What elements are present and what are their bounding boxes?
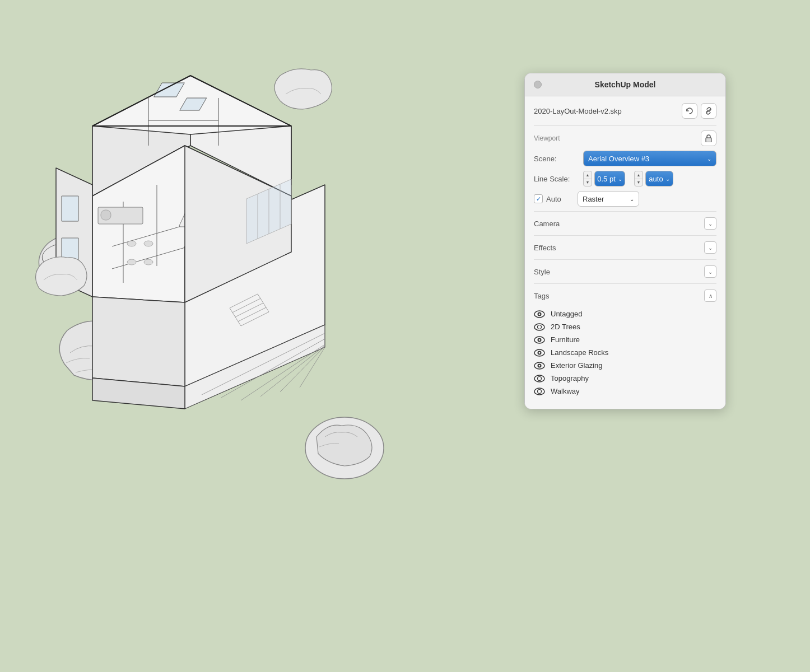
camera-section: Camera ⌄: [534, 211, 716, 235]
eye-filled-icon-landscape-rocks: [534, 349, 545, 357]
svg-point-76: [538, 389, 542, 393]
file-buttons: [678, 103, 716, 119]
style-title: Style: [534, 268, 550, 276]
line-scale-row: Line Scale: ▲ ▼ 0.5 pt ⌄ ▲ ▼ auto ⌄: [534, 171, 716, 186]
tag-item-furniture[interactable]: Furniture: [534, 333, 716, 346]
render-mode-select[interactable]: Raster ⌄: [578, 191, 639, 207]
effects-header[interactable]: Effects ⌄: [534, 236, 716, 259]
tag-label-furniture: Furniture: [551, 335, 580, 344]
camera-collapse-icon[interactable]: ⌄: [704, 217, 716, 230]
auto-stepper-down-icon[interactable]: ▼: [635, 179, 643, 186]
tag-label-topography: Topography: [551, 374, 589, 382]
style-collapse-icon[interactable]: ⌄: [704, 265, 716, 278]
effects-section: Effects ⌄: [534, 235, 716, 259]
render-mode-chevron-icon: ⌄: [630, 196, 634, 202]
svg-rect-51: [62, 196, 78, 221]
svg-point-27: [144, 259, 153, 265]
rock-bottom-right: [305, 417, 384, 479]
line-scale-stepper[interactable]: ▲ ▼: [583, 171, 592, 186]
svg-rect-22: [101, 210, 111, 220]
tag-item-exterior-glazing[interactable]: Exterior Glazing: [534, 359, 716, 372]
tag-item-topography[interactable]: Topography: [534, 372, 716, 385]
stepper-up-icon[interactable]: ▲: [584, 171, 592, 179]
camera-header[interactable]: Camera ⌄: [534, 212, 716, 235]
auto-scale-value[interactable]: auto ⌄: [645, 171, 673, 186]
auto-raster-row: ✓ Auto Raster ⌄: [534, 191, 716, 207]
tag-label-exterior-glazing: Exterior Glazing: [551, 361, 602, 370]
eye-outline-icon-2dtrees: [534, 323, 545, 331]
tag-item-walkway[interactable]: Walkway: [534, 385, 716, 398]
style-section: Style ⌄: [534, 259, 716, 283]
scene-chevron-icon: ⌄: [707, 156, 711, 162]
scene-row: Scene: Aerial Overview #3 ⌄: [534, 151, 716, 166]
foreground-rock-left: [36, 257, 87, 296]
viewport-lock-button[interactable]: [701, 130, 716, 146]
tag-item-2d-trees[interactable]: 2D Trees: [534, 320, 716, 333]
tag-label-walkway: Walkway: [551, 387, 580, 395]
svg-point-66: [539, 339, 541, 340]
line-scale-value[interactable]: 0.5 pt ⌄: [594, 171, 625, 186]
tag-item-untagged[interactable]: Untagged: [534, 307, 716, 320]
panel-header: SketchUp Model: [525, 73, 725, 96]
auto-stepper-up-icon[interactable]: ▲: [635, 171, 643, 179]
eye-filled-icon: [534, 310, 545, 318]
svg-point-61: [539, 313, 541, 315]
stepper-down-icon[interactable]: ▼: [584, 179, 592, 186]
svg-point-24: [127, 241, 136, 246]
divider-1: [534, 125, 716, 126]
svg-point-74: [538, 376, 542, 380]
rock-top-right: [274, 69, 332, 109]
tags-section: Tags ∧ Untagged: [534, 283, 716, 402]
svg-marker-53: [92, 297, 185, 386]
auto-checkbox[interactable]: ✓: [534, 194, 543, 203]
scene-label: Scene:: [534, 155, 579, 163]
svg-point-75: [534, 388, 544, 395]
link-button[interactable]: [701, 103, 716, 119]
building-sketch: [11, 34, 437, 515]
sketchup-model-panel: SketchUp Model 2020-LayOut-Model-v2.skp: [524, 73, 726, 409]
svg-point-25: [144, 241, 153, 246]
svg-point-72: [539, 365, 541, 366]
svg-point-63: [538, 325, 542, 329]
camera-title: Camera: [534, 220, 560, 228]
tags-header[interactable]: Tags ∧: [534, 284, 716, 307]
panel-body: 2020-LayOut-Model-v2.skp: [525, 96, 725, 409]
line-scale-stepper-group: ▲ ▼ 0.5 pt ⌄: [583, 171, 625, 186]
file-name: 2020-LayOut-Model-v2.skp: [534, 107, 622, 115]
tags-title: Tags: [534, 292, 549, 300]
auto-label: Auto: [546, 195, 574, 203]
effects-title: Effects: [534, 244, 556, 252]
panel-title: SketchUp Model: [548, 80, 702, 89]
effects-collapse-icon[interactable]: ⌄: [704, 241, 716, 254]
tag-label-untagged: Untagged: [551, 310, 582, 318]
svg-point-69: [539, 352, 541, 353]
tag-label-landscape-rocks: Landscape Rocks: [551, 348, 608, 357]
traffic-light[interactable]: [534, 81, 542, 88]
eye-filled-icon-furniture: [534, 336, 545, 344]
tags-list: Untagged 2D Trees: [534, 307, 716, 402]
eye-outline-icon-walkway: [534, 388, 545, 395]
tags-collapse-icon[interactable]: ∧: [704, 290, 716, 302]
svg-point-73: [534, 375, 544, 382]
file-row: 2020-LayOut-Model-v2.skp: [534, 103, 716, 119]
refresh-button[interactable]: [682, 103, 697, 119]
tag-item-landscape-rocks[interactable]: Landscape Rocks: [534, 346, 716, 359]
eye-filled-icon-exterior-glazing: [534, 362, 545, 370]
tag-label-2d-trees: 2D Trees: [551, 323, 580, 331]
svg-rect-58: [706, 138, 711, 142]
auto-scale-group: ▲ ▼ auto ⌄: [634, 171, 673, 186]
scene-select[interactable]: Aerial Overview #3 ⌄: [583, 151, 716, 166]
svg-point-62: [534, 324, 544, 330]
auto-scale-stepper[interactable]: ▲ ▼: [634, 171, 643, 186]
line-scale-label: Line Scale:: [534, 175, 579, 183]
svg-point-26: [127, 259, 136, 265]
style-header[interactable]: Style ⌄: [534, 260, 716, 283]
eye-outline-icon-topography: [534, 375, 545, 382]
viewport-label: Viewport: [534, 134, 560, 142]
